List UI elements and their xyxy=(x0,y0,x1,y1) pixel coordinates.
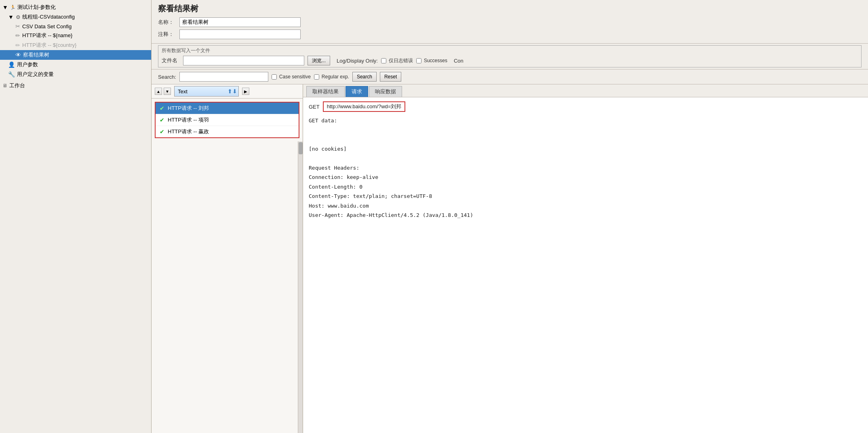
pencil-icon2: ✏ xyxy=(15,42,20,48)
file-label: 文件名 xyxy=(162,57,180,64)
section-title: 所有数据写入一个文件 xyxy=(162,47,858,54)
file-input[interactable] xyxy=(183,56,304,65)
main-content: 察看结果树 名称： 注释： 所有数据写入一个文件 文件名 浏览... Log/D… xyxy=(152,0,868,433)
url-line: GET http://www.baidu.com/?wd=刘邦 xyxy=(309,101,862,112)
result-item-label-2: HTTP请求 -- 赢政 xyxy=(168,128,209,135)
result-item-label-0: HTTP请求 -- 刘邦 xyxy=(168,105,209,112)
result-item-0[interactable]: ✔ HTTP请求 -- 刘邦 xyxy=(156,103,299,114)
sidebar-item-http-country[interactable]: ✏ HTTP请求 -- ${country} xyxy=(0,40,151,50)
arrow-down-icon: ▼ xyxy=(2,4,8,11)
name-label: 名称： xyxy=(158,19,176,26)
request-headers-title: Request Headers: xyxy=(309,163,862,172)
log-display-label: Log/Display Only: xyxy=(337,58,378,64)
content-length-header: Content-Length: 0 xyxy=(309,182,862,191)
sidebar-item-label: 用户定义的变量 xyxy=(17,71,54,78)
search-button[interactable]: Search xyxy=(352,72,377,82)
scissors-icon: ✂ xyxy=(15,23,20,29)
user-icon: 👤 xyxy=(8,61,15,68)
text-format-select[interactable]: Text xyxy=(174,86,239,97)
panel-header: 察看结果树 名称： 注释： xyxy=(152,0,868,44)
browse-button[interactable]: 浏览... xyxy=(308,56,330,65)
name-row: 名称： xyxy=(158,17,862,27)
result-item-label-1: HTTP请求 -- 项羽 xyxy=(168,116,209,124)
eye-icon: 👁 xyxy=(15,52,21,58)
content-type-header: Content-Type: text/plain; charset=UTF-8 xyxy=(309,191,862,201)
sidebar-item-test-plan[interactable]: ▼ 🏃 测试计划-参数化 xyxy=(0,2,151,12)
sidebar-item-label: HTTP请求 -- ${name} xyxy=(22,32,72,39)
file-section: 所有数据写入一个文件 文件名 浏览... Log/Display Only: 仅… xyxy=(152,44,868,69)
result-item-2[interactable]: ✔ HTTP请求 -- 赢政 xyxy=(156,126,299,137)
log-errors-row: 仅日志错误 xyxy=(381,57,413,64)
sidebar-item-http-name[interactable]: ✏ HTTP请求 -- ${name} xyxy=(0,31,151,40)
body-split: ▲ ▼ Text ⬆⬇ ▶ ✔ HTTP请求 -- 刘邦 xyxy=(152,84,868,433)
expand-button[interactable]: ▶ xyxy=(242,88,249,95)
name-input[interactable] xyxy=(179,17,301,27)
search-label: Search: xyxy=(158,74,176,80)
regex-checkbox[interactable] xyxy=(314,74,319,80)
search-input[interactable] xyxy=(179,72,268,82)
sidebar-item-label: 测试计划-参数化 xyxy=(17,4,56,11)
sidebar-item-csv-config[interactable]: ✂ CSV Data Set Config xyxy=(0,22,151,31)
log-errors-label: 仅日志错误 xyxy=(389,57,413,64)
host-header: Host: www.baidu.com xyxy=(309,201,862,210)
successes-checkbox[interactable] xyxy=(416,58,421,63)
page-title: 察看结果树 xyxy=(158,3,862,14)
tree-panel: ▲ ▼ Text ⬆⬇ ▶ ✔ HTTP请求 -- 刘邦 xyxy=(152,84,303,433)
case-sensitive-checkbox[interactable] xyxy=(272,74,277,80)
tab-response-data[interactable]: 响应数据 xyxy=(369,86,402,97)
sidebar-item-label: CSV Data Set Config xyxy=(22,23,72,29)
note-input[interactable] xyxy=(179,29,301,39)
check-icon-2: ✔ xyxy=(160,128,164,135)
log-errors-checkbox[interactable] xyxy=(381,58,386,63)
note-label: 注释： xyxy=(158,31,176,38)
pencil-icon: ✏ xyxy=(15,32,20,39)
sidebar-item-thread-group[interactable]: ▼ ⚙ 线程组-CSVdataconfig xyxy=(0,12,151,22)
sidebar-item-label: 用户参数 xyxy=(17,61,38,68)
wrench-icon: 🔧 xyxy=(8,71,15,78)
scrollbar-track[interactable] xyxy=(298,141,303,433)
tree-scroll-area xyxy=(152,141,303,433)
arrow-down-icon2: ▼ xyxy=(8,14,14,20)
conf-label: Con xyxy=(454,58,463,64)
sidebar-item-label: 线程组-CSVdataconfig xyxy=(22,13,75,21)
detail-content: GET http://www.baidu.com/?wd=刘邦 GET data… xyxy=(303,97,868,433)
tab-sampler-result[interactable]: 取样器结果 xyxy=(306,86,345,97)
reset-button[interactable]: Reset xyxy=(380,72,401,82)
detail-tabs: 取样器结果 请求 响应数据 xyxy=(303,84,868,97)
sidebar-item-user-vars[interactable]: 🔧 用户定义的变量 xyxy=(0,69,151,79)
note-row: 注释： xyxy=(158,29,862,39)
check-icon-0: ✔ xyxy=(160,105,164,111)
sidebar-item-user-params[interactable]: 👤 用户参数 xyxy=(0,60,151,69)
request-url: http://www.baidu.com/?wd=刘邦 xyxy=(323,101,406,112)
connection-header: Connection: keep-alive xyxy=(309,172,862,182)
sidebar-item-workbench[interactable]: 🖥 工作台 xyxy=(0,81,151,90)
monitor-icon: 🖥 xyxy=(2,83,7,88)
scroll-down-button[interactable]: ▼ xyxy=(164,88,171,95)
tree-toolbar: ▲ ▼ Text ⬆⬇ ▶ xyxy=(152,84,303,99)
sidebar-item-label: 工作台 xyxy=(9,82,25,89)
text-select-container: Text ⬆⬇ xyxy=(174,86,239,97)
scroll-up-button[interactable]: ▲ xyxy=(155,88,162,95)
tab-request[interactable]: 请求 xyxy=(346,86,368,97)
detail-text: GET data: [no cookies] Request Headers: … xyxy=(309,116,862,220)
cookies-line: [no cookies] xyxy=(309,144,862,153)
successes-label: Successes xyxy=(424,58,447,63)
sidebar-item-result-tree[interactable]: 👁 察看结果树 xyxy=(0,50,151,60)
case-sensitive-label: Case sensitive xyxy=(279,74,311,80)
sidebar-item-label: HTTP请求 -- ${country} xyxy=(22,42,76,49)
case-sensitive-row: Case sensitive xyxy=(272,74,311,80)
result-items-container: ✔ HTTP请求 -- 刘邦 ✔ HTTP请求 -- 项羽 ✔ HTTP请求 -… xyxy=(155,102,299,138)
detail-panel: 取样器结果 请求 响应数据 GET http://www.baidu.com/?… xyxy=(303,84,868,433)
scrollbar-thumb[interactable] xyxy=(299,142,303,154)
check-icon-1: ✔ xyxy=(160,117,164,123)
sidebar-item-label: 察看结果树 xyxy=(23,51,49,59)
get-data-line: GET data: xyxy=(309,116,862,125)
successes-row: Successes xyxy=(416,58,447,63)
result-item-1[interactable]: ✔ HTTP请求 -- 项羽 xyxy=(156,114,299,126)
regex-row: Regular exp. xyxy=(314,74,349,80)
regex-label: Regular exp. xyxy=(322,74,349,80)
request-method: GET xyxy=(309,104,320,110)
user-agent-header: User-Agent: Apache-HttpClient/4.5.2 (Jav… xyxy=(309,210,862,220)
file-row: 文件名 浏览... Log/Display Only: 仅日志错误 Succes… xyxy=(162,56,858,65)
sidebar: ▼ 🏃 测试计划-参数化 ▼ ⚙ 线程组-CSVdataconfig ✂ CSV… xyxy=(0,0,152,433)
